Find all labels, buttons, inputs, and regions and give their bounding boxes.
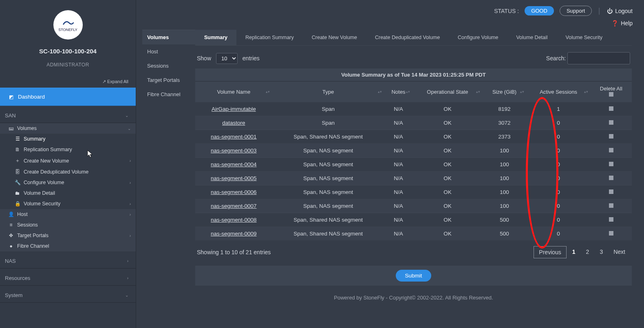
page-1[interactable]: 1 <box>567 246 580 258</box>
page-2[interactable]: 2 <box>581 246 594 258</box>
volume-link[interactable]: AirGap-immutable <box>212 106 256 112</box>
user-icon: 👤 <box>8 211 14 217</box>
table-row: nas-segment-0005Span, NAS segmentN/AOK10… <box>195 172 632 185</box>
col-name[interactable]: Volume Name▴▾ <box>195 81 272 102</box>
cell-notes: N/A <box>384 172 413 185</box>
tree-sessions[interactable]: ≡ Sessions <box>0 220 136 230</box>
cell-state: OK <box>412 185 482 199</box>
htab-security[interactable]: Volume Security <box>557 30 611 45</box>
delete-checkbox[interactable] <box>609 203 613 208</box>
list-icon: ☰ <box>15 136 20 142</box>
delete-checkbox[interactable] <box>609 231 613 236</box>
search-input[interactable] <box>567 52 630 64</box>
submit-button[interactable]: Submit <box>396 270 431 282</box>
section-system[interactable]: System⌄ <box>0 286 136 303</box>
sidetab-host[interactable]: Host <box>142 44 195 59</box>
volume-link[interactable]: nas-segment-0004 <box>211 161 257 167</box>
user-role: ADMINISTRATOR <box>0 62 136 68</box>
cell-size: 8192 <box>483 102 527 116</box>
section-resources[interactable]: Resources› <box>0 269 136 286</box>
cell-sessions: 0 <box>527 130 591 144</box>
help-icon: ❓ <box>611 20 618 26</box>
tree-fibre[interactable]: ● Fibre Channel <box>0 241 136 251</box>
page-prev[interactable]: Previous <box>534 246 566 258</box>
cell-size: 100 <box>483 144 527 158</box>
delete-checkbox[interactable] <box>609 189 613 194</box>
volume-link[interactable]: nas-segment-0008 <box>211 217 257 223</box>
volume-link[interactable]: nas-segment-0005 <box>211 175 257 181</box>
volumes-icon: 🖴 <box>8 125 14 131</box>
volume-link[interactable]: nas-segment-0007 <box>211 203 257 209</box>
delete-checkbox[interactable] <box>609 217 613 222</box>
cell-size: 100 <box>483 158 527 172</box>
section-nas[interactable]: NAS› <box>0 251 136 269</box>
htab-create-dedup[interactable]: Create Deduplicated Volume <box>366 30 449 45</box>
page-next[interactable]: Next <box>609 246 630 258</box>
col-type[interactable]: Type▴▾ <box>272 81 384 102</box>
section-san[interactable]: SAN⌄ <box>0 106 136 123</box>
tree-target-portals[interactable]: ✥ Target Portals› <box>0 230 136 241</box>
help-link[interactable]: ❓ Help <box>136 20 633 26</box>
cell-sessions: 0 <box>527 199 591 213</box>
col-notes[interactable]: Notes▴▾ <box>384 81 413 102</box>
divider: │ <box>598 8 601 14</box>
status-badge[interactable]: GOOD <box>525 6 554 15</box>
htab-configure[interactable]: Configure Volume <box>449 30 507 45</box>
tree-security[interactable]: 🔒 Volume Security› <box>0 198 136 209</box>
tree-create-volume[interactable]: ＋ Create New Volume› <box>0 155 136 167</box>
volume-link[interactable]: nas-segment-0006 <box>211 189 257 195</box>
volume-link[interactable]: nas-segment-0003 <box>211 147 257 154</box>
cell-size: 100 <box>483 199 527 213</box>
cell-state: OK <box>412 158 482 172</box>
htab-detail[interactable]: Volume Detail <box>507 30 556 45</box>
col-delete[interactable]: Delete All <box>591 81 632 102</box>
side-tabs: Volumes Host Sessions Target Portals Fib… <box>142 30 195 101</box>
delete-checkbox[interactable] <box>609 134 613 139</box>
volume-link[interactable]: nas-segment-0001 <box>211 134 257 140</box>
htab-create-volume[interactable]: Create New Volume <box>303 30 366 45</box>
search-control: Search: <box>546 52 630 64</box>
volume-link[interactable]: nas-segment-0009 <box>211 231 257 237</box>
sidetab-volumes[interactable]: Volumes <box>142 30 195 44</box>
delete-checkbox[interactable] <box>609 120 613 125</box>
htab-replication[interactable]: Replication Summary <box>236 30 303 45</box>
expand-all-link[interactable]: ↗ Expand All <box>0 68 136 88</box>
support-button[interactable]: Support <box>560 6 592 16</box>
cell-size: 2373 <box>483 130 527 144</box>
delete-checkbox[interactable] <box>609 176 613 180</box>
nav-dashboard[interactable]: ◩ Dashboard <box>0 88 136 106</box>
cell-notes: N/A <box>384 130 413 144</box>
folder-icon: 🖿 <box>15 190 20 196</box>
tree-volumes[interactable]: 🖴 Volumes⌄ <box>0 123 136 134</box>
sidetab-fibre[interactable]: Fibre Channel <box>142 87 195 101</box>
sidetab-sessions[interactable]: Sessions <box>142 59 195 73</box>
hostname: SC-100-100-100-204 <box>0 48 136 55</box>
logout-link[interactable]: ⏻ Logout <box>607 8 633 14</box>
tree-create-dedup[interactable]: 🗄 Create Deduplicated Volume <box>0 167 136 177</box>
delete-checkbox[interactable] <box>609 162 613 166</box>
sidetab-target-portals[interactable]: Target Portals <box>142 73 195 87</box>
footer-text: Powered by StoneFly - Copyright© 2002-20… <box>195 286 632 305</box>
volume-link[interactable]: datastore <box>222 120 245 126</box>
htab-summary[interactable]: Summary <box>195 30 236 45</box>
tree-replication[interactable]: 🗎 Replication Summary <box>0 144 136 155</box>
col-state[interactable]: Operational State▴▾ <box>412 81 482 102</box>
entries-select[interactable]: 10 <box>216 53 238 64</box>
col-size[interactable]: Size (GiB)▴▾ <box>483 81 527 102</box>
col-sessions[interactable]: Active Sessions▴▾ <box>527 81 591 102</box>
wrench-icon: 🔧 <box>15 180 20 185</box>
cell-type: Span, Shared NAS segment <box>272 213 384 227</box>
delete-all-checkbox[interactable] <box>609 92 613 97</box>
page-3[interactable]: 3 <box>595 246 608 258</box>
delete-checkbox[interactable] <box>609 106 613 111</box>
tree-summary[interactable]: ☰ Summary <box>0 134 136 144</box>
cell-notes: N/A <box>384 185 413 199</box>
tree-configure[interactable]: 🔧 Configure Volume› <box>0 177 136 188</box>
tree-host[interactable]: 👤 Host› <box>0 209 136 220</box>
delete-checkbox[interactable] <box>609 148 613 152</box>
cell-state: OK <box>412 199 482 213</box>
tree-detail[interactable]: 🖿 Volume Detail <box>0 188 136 198</box>
horizontal-tabs: Summary Replication Summary Create New V… <box>195 30 632 46</box>
table-row: nas-segment-0001Span, Shared NAS segment… <box>195 130 632 144</box>
cell-sessions: 0 <box>527 116 591 130</box>
